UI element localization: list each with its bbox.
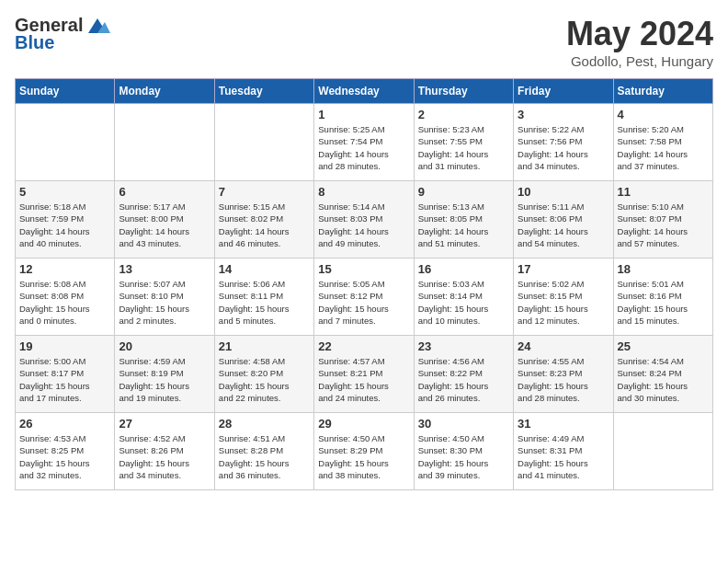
day-info: Sunrise: 5:07 AM Sunset: 8:10 PM Dayligh… <box>119 278 210 327</box>
day-info: Sunrise: 5:25 AM Sunset: 7:54 PM Dayligh… <box>318 123 409 172</box>
day-number: 12 <box>19 262 110 276</box>
calendar-cell: 20Sunrise: 4:59 AM Sunset: 8:19 PM Dayli… <box>115 336 214 413</box>
weekday-header-wednesday: Wednesday <box>314 79 414 104</box>
weekday-header-row: SundayMondayTuesdayWednesdayThursdayFrid… <box>16 79 713 104</box>
calendar-cell: 17Sunrise: 5:02 AM Sunset: 8:15 PM Dayli… <box>514 259 613 336</box>
day-number: 10 <box>518 185 609 199</box>
calendar-cell: 5Sunrise: 5:18 AM Sunset: 7:59 PM Daylig… <box>16 181 115 259</box>
day-info: Sunrise: 4:50 AM Sunset: 8:29 PM Dayligh… <box>318 432 409 481</box>
day-number: 30 <box>418 417 509 431</box>
weekday-header-sunday: Sunday <box>16 79 115 104</box>
day-number: 7 <box>219 185 310 199</box>
day-info: Sunrise: 4:57 AM Sunset: 8:21 PM Dayligh… <box>318 355 409 404</box>
calendar-cell: 28Sunrise: 4:51 AM Sunset: 8:28 PM Dayli… <box>214 413 313 490</box>
day-number: 21 <box>219 339 310 353</box>
weekday-header-tuesday: Tuesday <box>214 79 313 104</box>
calendar-week-row: 12Sunrise: 5:08 AM Sunset: 8:08 PM Dayli… <box>16 259 713 336</box>
day-number: 22 <box>318 339 409 353</box>
calendar-cell: 9Sunrise: 5:13 AM Sunset: 8:05 PM Daylig… <box>414 181 513 259</box>
calendar-cell: 1Sunrise: 5:25 AM Sunset: 7:54 PM Daylig… <box>314 104 414 181</box>
calendar-cell: 21Sunrise: 4:58 AM Sunset: 8:20 PM Dayli… <box>214 336 313 413</box>
calendar-cell: 31Sunrise: 4:49 AM Sunset: 8:31 PM Dayli… <box>514 413 613 490</box>
logo-icon <box>85 17 110 35</box>
day-number: 20 <box>119 339 210 353</box>
day-info: Sunrise: 5:00 AM Sunset: 8:17 PM Dayligh… <box>19 355 110 404</box>
calendar-cell: 22Sunrise: 4:57 AM Sunset: 8:21 PM Dayli… <box>314 336 414 413</box>
day-info: Sunrise: 4:58 AM Sunset: 8:20 PM Dayligh… <box>219 355 310 404</box>
calendar-cell: 25Sunrise: 4:54 AM Sunset: 8:24 PM Dayli… <box>613 336 712 413</box>
day-info: Sunrise: 4:59 AM Sunset: 8:19 PM Dayligh… <box>119 355 210 404</box>
day-number: 14 <box>219 262 310 276</box>
calendar-cell: 4Sunrise: 5:20 AM Sunset: 7:58 PM Daylig… <box>613 104 712 181</box>
day-info: Sunrise: 5:08 AM Sunset: 8:08 PM Dayligh… <box>19 278 110 327</box>
calendar-cell: 16Sunrise: 5:03 AM Sunset: 8:14 PM Dayli… <box>414 259 513 336</box>
day-number: 24 <box>518 339 609 353</box>
day-number: 6 <box>119 185 210 199</box>
calendar-week-row: 26Sunrise: 4:53 AM Sunset: 8:25 PM Dayli… <box>16 413 713 490</box>
day-info: Sunrise: 4:49 AM Sunset: 8:31 PM Dayligh… <box>518 432 609 481</box>
day-info: Sunrise: 5:17 AM Sunset: 8:00 PM Dayligh… <box>119 201 210 249</box>
day-number: 9 <box>418 185 509 199</box>
day-number: 25 <box>618 339 709 353</box>
weekday-header-thursday: Thursday <box>414 79 513 104</box>
calendar-cell: 8Sunrise: 5:14 AM Sunset: 8:03 PM Daylig… <box>314 181 414 259</box>
calendar-cell: 3Sunrise: 5:22 AM Sunset: 7:56 PM Daylig… <box>514 104 613 181</box>
day-info: Sunrise: 5:02 AM Sunset: 8:15 PM Dayligh… <box>518 278 609 327</box>
day-info: Sunrise: 5:01 AM Sunset: 8:16 PM Dayligh… <box>618 278 709 327</box>
day-info: Sunrise: 4:50 AM Sunset: 8:30 PM Dayligh… <box>418 432 509 481</box>
calendar-week-row: 1Sunrise: 5:25 AM Sunset: 7:54 PM Daylig… <box>16 104 713 181</box>
calendar-cell: 30Sunrise: 4:50 AM Sunset: 8:30 PM Dayli… <box>414 413 513 490</box>
day-number: 27 <box>119 417 210 431</box>
day-number: 19 <box>19 339 110 353</box>
day-number: 31 <box>518 417 609 431</box>
location-title: Godollo, Pest, Hungary <box>566 53 713 69</box>
day-number: 8 <box>318 185 409 199</box>
calendar-cell: 23Sunrise: 4:56 AM Sunset: 8:22 PM Dayli… <box>414 336 513 413</box>
calendar-cell <box>16 104 115 181</box>
title-area: May 2024 Godollo, Pest, Hungary <box>566 15 713 69</box>
day-info: Sunrise: 5:05 AM Sunset: 8:12 PM Dayligh… <box>318 278 409 327</box>
calendar-cell: 13Sunrise: 5:07 AM Sunset: 8:10 PM Dayli… <box>115 259 214 336</box>
day-number: 15 <box>318 262 409 276</box>
weekday-header-saturday: Saturday <box>613 79 712 104</box>
weekday-header-friday: Friday <box>514 79 613 104</box>
calendar-cell: 2Sunrise: 5:23 AM Sunset: 7:55 PM Daylig… <box>414 104 513 181</box>
calendar-cell: 15Sunrise: 5:05 AM Sunset: 8:12 PM Dayli… <box>314 259 414 336</box>
month-title: May 2024 <box>566 15 713 53</box>
day-info: Sunrise: 4:55 AM Sunset: 8:23 PM Dayligh… <box>518 355 609 404</box>
calendar-cell: 6Sunrise: 5:17 AM Sunset: 8:00 PM Daylig… <box>115 181 214 259</box>
calendar-cell: 14Sunrise: 5:06 AM Sunset: 8:11 PM Dayli… <box>214 259 313 336</box>
day-info: Sunrise: 5:13 AM Sunset: 8:05 PM Dayligh… <box>418 201 509 249</box>
day-number: 26 <box>19 417 110 431</box>
day-number: 2 <box>418 108 509 121</box>
day-info: Sunrise: 5:15 AM Sunset: 8:02 PM Dayligh… <box>219 201 310 249</box>
day-info: Sunrise: 5:11 AM Sunset: 8:06 PM Dayligh… <box>518 201 609 249</box>
calendar-cell <box>613 413 712 490</box>
day-number: 1 <box>318 108 409 121</box>
header: General Blue May 2024 Godollo, Pest, Hun… <box>15 15 713 69</box>
day-info: Sunrise: 4:54 AM Sunset: 8:24 PM Dayligh… <box>618 355 709 404</box>
day-number: 16 <box>418 262 509 276</box>
day-info: Sunrise: 4:51 AM Sunset: 8:28 PM Dayligh… <box>219 432 310 481</box>
calendar-table: SundayMondayTuesdayWednesdayThursdayFrid… <box>15 78 713 490</box>
day-info: Sunrise: 5:06 AM Sunset: 8:11 PM Dayligh… <box>219 278 310 327</box>
day-number: 29 <box>318 417 409 431</box>
day-info: Sunrise: 5:03 AM Sunset: 8:14 PM Dayligh… <box>418 278 509 327</box>
calendar-cell: 10Sunrise: 5:11 AM Sunset: 8:06 PM Dayli… <box>514 181 613 259</box>
day-info: Sunrise: 5:22 AM Sunset: 7:56 PM Dayligh… <box>518 123 609 172</box>
logo-blue-text: Blue <box>15 32 54 53</box>
calendar-cell: 29Sunrise: 4:50 AM Sunset: 8:29 PM Dayli… <box>314 413 414 490</box>
day-number: 11 <box>618 185 709 199</box>
day-number: 23 <box>418 339 509 353</box>
day-info: Sunrise: 4:56 AM Sunset: 8:22 PM Dayligh… <box>418 355 509 404</box>
calendar-cell <box>214 104 313 181</box>
calendar-cell: 18Sunrise: 5:01 AM Sunset: 8:16 PM Dayli… <box>613 259 712 336</box>
day-number: 18 <box>618 262 709 276</box>
day-number: 17 <box>518 262 609 276</box>
day-info: Sunrise: 5:23 AM Sunset: 7:55 PM Dayligh… <box>418 123 509 172</box>
calendar-cell: 12Sunrise: 5:08 AM Sunset: 8:08 PM Dayli… <box>16 259 115 336</box>
day-number: 4 <box>618 108 709 121</box>
calendar-week-row: 19Sunrise: 5:00 AM Sunset: 8:17 PM Dayli… <box>16 336 713 413</box>
calendar-cell: 19Sunrise: 5:00 AM Sunset: 8:17 PM Dayli… <box>16 336 115 413</box>
calendar-cell <box>115 104 214 181</box>
